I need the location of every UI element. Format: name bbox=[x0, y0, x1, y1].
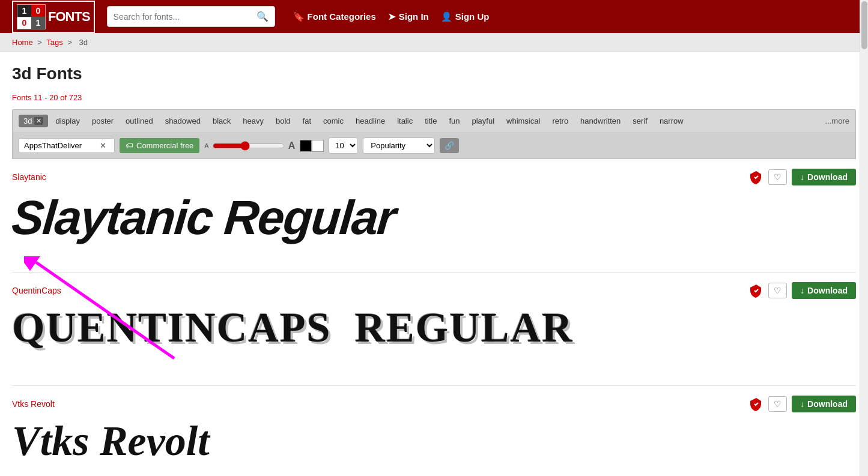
logo-cell-2: 0 bbox=[31, 5, 45, 17]
favorite-button-3[interactable]: ♡ bbox=[768, 396, 787, 412]
per-page-select-wrapper: 10 20 50 bbox=[329, 137, 358, 154]
free-tag-icon-3 bbox=[749, 397, 763, 411]
main-nav: 🔖 Font Categories ➤ Sign In 👤 Sign Up bbox=[293, 11, 490, 22]
font-preview-quentin[interactable]: QuentinCaps Regular bbox=[12, 304, 856, 376]
font-entry-slaytanic: Slaytanic ♡ ↓ Download Slaytanic Regular bbox=[12, 159, 856, 273]
size-slider-area: A A bbox=[204, 140, 295, 151]
tag-bold[interactable]: bold bbox=[271, 115, 296, 127]
logo-cell-4: 1 bbox=[31, 17, 45, 29]
sort-select[interactable]: Popularity Newest Name A-Z Name Z-A bbox=[363, 137, 435, 154]
size-label-small: A bbox=[204, 142, 208, 149]
sort-select-wrapper: Popularity Newest Name A-Z Name Z-A bbox=[363, 137, 435, 154]
logo-fonts-text: FONTS bbox=[48, 9, 90, 25]
main-content: 3d Fonts Fonts 11 - 20 of 723 3d ✕ displ… bbox=[0, 52, 868, 476]
nav-sign-in[interactable]: ➤ Sign In bbox=[388, 11, 429, 22]
logo-cell-1: 1 bbox=[17, 5, 31, 17]
font-entry-header-3: Vtks Revolt ♡ ↓ Download bbox=[12, 396, 856, 412]
search-bar: 🔍 bbox=[107, 6, 275, 27]
breadcrumb-sep1: > bbox=[37, 38, 42, 47]
tags-row: 3d ✕ display poster outlined shadowed bl… bbox=[12, 109, 856, 132]
site-header: 1 0 0 1 FONTS 🔍 🔖 Font Categories ➤ Sign… bbox=[0, 0, 868, 33]
font-entry-header-2: QuentinCaps ♡ ↓ Download bbox=[12, 282, 856, 299]
tag-outlined[interactable]: outlined bbox=[121, 115, 158, 127]
font-actions-3: ♡ ↓ Download bbox=[749, 396, 856, 412]
text-color-picker[interactable] bbox=[300, 140, 312, 152]
breadcrumb: Home > Tags > 3d bbox=[0, 33, 868, 52]
bg-color-picker[interactable] bbox=[312, 140, 324, 152]
scrollbar-thumb[interactable] bbox=[861, 1, 867, 49]
preview-text-input-wrapper: ✕ bbox=[19, 138, 115, 153]
per-page-select[interactable]: 10 20 50 bbox=[329, 137, 358, 154]
person-icon: 👤 bbox=[441, 11, 452, 22]
search-icon: 🔍 bbox=[256, 11, 269, 22]
remove-tag-button[interactable]: ✕ bbox=[34, 117, 43, 125]
tag-serif[interactable]: serif bbox=[628, 115, 652, 127]
free-tag-icon-2 bbox=[749, 283, 763, 298]
sign-in-icon: ➤ bbox=[388, 11, 396, 22]
tag-poster[interactable]: poster bbox=[87, 115, 118, 127]
download-arrow-icon-2: ↓ bbox=[800, 286, 804, 295]
tag-narrow[interactable]: narrow bbox=[655, 115, 688, 127]
tag-label: 3d bbox=[23, 116, 32, 125]
breadcrumb-tags[interactable]: Tags bbox=[46, 38, 62, 47]
tag-comic[interactable]: comic bbox=[318, 115, 348, 127]
active-tag-3d[interactable]: 3d ✕ bbox=[19, 115, 48, 127]
font-actions-2: ♡ ↓ Download bbox=[749, 282, 856, 299]
nav-font-categories[interactable]: 🔖 Font Categories bbox=[293, 11, 376, 22]
more-tags-link[interactable]: ...more bbox=[825, 116, 849, 125]
font-name-slaytanic[interactable]: Slaytanic bbox=[12, 172, 46, 182]
download-button-2[interactable]: ↓ Download bbox=[792, 282, 856, 299]
link-icon: 🔗 bbox=[445, 141, 454, 150]
font-entry-header-1: Slaytanic ♡ ↓ Download bbox=[12, 169, 856, 185]
tag-italic[interactable]: italic bbox=[392, 115, 417, 127]
font-name-vtks[interactable]: Vtks Revolt bbox=[12, 399, 55, 409]
download-arrow-icon-1: ↓ bbox=[800, 172, 804, 182]
download-button-3[interactable]: ↓ Download bbox=[792, 396, 856, 412]
font-preview-vtks[interactable]: Vtks Revolt bbox=[12, 417, 856, 476]
free-tag-icon-1 bbox=[749, 170, 763, 184]
site-logo[interactable]: 1 0 0 1 FONTS bbox=[12, 1, 95, 33]
download-arrow-icon-3: ↓ bbox=[800, 399, 804, 409]
download-button-1[interactable]: ↓ Download bbox=[792, 169, 856, 185]
tag-heavy[interactable]: heavy bbox=[238, 115, 269, 127]
tag-fat[interactable]: fat bbox=[298, 115, 316, 127]
tag-whimsical[interactable]: whimsical bbox=[502, 115, 545, 127]
breadcrumb-home[interactable]: Home bbox=[12, 38, 33, 47]
size-slider[interactable] bbox=[213, 141, 285, 151]
font-preview-slaytanic[interactable]: Slaytanic Regular bbox=[12, 190, 856, 262]
link-button[interactable]: 🔗 bbox=[440, 138, 459, 153]
font-entry-vtks: Vtks Revolt ♡ ↓ Download Vtks Revolt bbox=[12, 386, 856, 476]
clear-text-button[interactable]: ✕ bbox=[100, 141, 106, 150]
tag-black[interactable]: black bbox=[208, 115, 235, 127]
breadcrumb-sep2: > bbox=[67, 38, 72, 47]
bookmark-icon: 🔖 bbox=[293, 11, 305, 22]
tag-headline[interactable]: headline bbox=[351, 115, 390, 127]
tag-shadowed[interactable]: shadowed bbox=[160, 115, 205, 127]
font-count: Fonts 11 - 20 of 723 bbox=[12, 93, 856, 102]
filter-row: ✕ 🏷 Commercial free A A 10 20 50 Popular… bbox=[12, 132, 856, 159]
font-name-quentin[interactable]: QuentinCaps bbox=[12, 286, 61, 295]
color-pickers bbox=[300, 140, 324, 152]
scrollbar-track[interactable] bbox=[860, 0, 868, 476]
tag-fun[interactable]: fun bbox=[444, 115, 464, 127]
size-label-large: A bbox=[288, 140, 296, 151]
search-button[interactable]: 🔍 bbox=[250, 7, 275, 26]
tag-retro[interactable]: retro bbox=[547, 115, 573, 127]
font-actions-1: ♡ ↓ Download bbox=[749, 169, 856, 185]
logo-cell-3: 0 bbox=[17, 17, 31, 29]
commercial-free-button[interactable]: 🏷 Commercial free bbox=[120, 138, 199, 153]
tag-playful[interactable]: playful bbox=[467, 115, 499, 127]
search-input[interactable] bbox=[108, 8, 250, 26]
font-entry-quentin: QuentinCaps ♡ ↓ Download QuentinCaps Reg… bbox=[12, 273, 856, 386]
favorite-button-1[interactable]: ♡ bbox=[768, 169, 787, 185]
tag-display[interactable]: display bbox=[50, 115, 84, 127]
page-title: 3d Fonts bbox=[12, 64, 856, 83]
nav-sign-up[interactable]: 👤 Sign Up bbox=[441, 11, 490, 22]
preview-text-input[interactable] bbox=[24, 141, 96, 150]
tag-title[interactable]: title bbox=[420, 115, 442, 127]
breadcrumb-current: 3d bbox=[79, 38, 88, 47]
favorite-button-2[interactable]: ♡ bbox=[768, 283, 787, 298]
tag-icon: 🏷 bbox=[126, 141, 133, 150]
tag-handwritten[interactable]: handwritten bbox=[575, 115, 625, 127]
